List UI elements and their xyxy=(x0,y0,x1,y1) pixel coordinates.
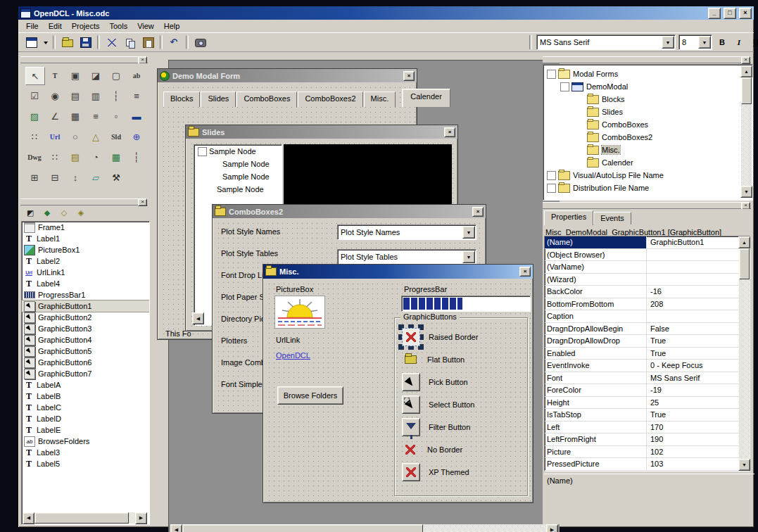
tab[interactable]: Misc. xyxy=(364,91,396,107)
combobox-tool-icon[interactable]: ▥ xyxy=(87,87,105,104)
filter-button-icon[interactable] xyxy=(402,418,420,436)
project-panel-grip[interactable]: × xyxy=(543,56,751,63)
angle-tool-icon[interactable]: ∠ xyxy=(46,108,64,125)
tree-item[interactable]: Slides xyxy=(543,106,752,118)
list-item[interactable]: GraphicButton4 xyxy=(22,334,149,346)
combo-box[interactable]: Plot Style Tables ▼ xyxy=(337,249,476,265)
list-item[interactable]: GraphicButton3 xyxy=(22,323,149,334)
close-panel-icon[interactable]: × xyxy=(138,56,147,64)
tree-item[interactable]: Sample Node xyxy=(194,145,282,158)
save-icon[interactable] xyxy=(77,34,94,51)
no-border-button-icon[interactable] xyxy=(402,441,419,458)
arrow-left-icon[interactable]: ◀ xyxy=(192,312,204,324)
toolbar-separator[interactable] xyxy=(186,35,189,49)
slides-title-bar[interactable]: Slides × xyxy=(186,125,457,139)
list-item[interactable]: LabelA xyxy=(22,379,149,391)
arrow-down-icon[interactable]: ▼ xyxy=(740,186,752,198)
listview-tool-icon[interactable]: ≡ xyxy=(127,87,146,104)
browse-folders-button[interactable]: Browse Folders xyxy=(277,386,343,405)
tab[interactable]: Slides xyxy=(201,91,236,107)
property-row[interactable]: Font MS Sans Serif xyxy=(545,372,739,385)
property-value[interactable]: True xyxy=(647,410,739,419)
menu-item[interactable]: View xyxy=(132,20,159,32)
property-row[interactable]: BottomFromBottom 208 xyxy=(545,298,739,311)
tab[interactable]: ComboBoxes2 xyxy=(298,91,362,107)
menu-item[interactable]: Edit xyxy=(44,20,67,32)
property-row[interactable]: Picture 102 xyxy=(545,446,739,459)
font-name-select[interactable]: MS Sans Serif ▼ xyxy=(536,34,676,50)
property-row[interactable]: PressedPicture 103 xyxy=(545,458,739,471)
chevron-down-icon[interactable]: ▼ xyxy=(698,36,711,49)
property-value[interactable]: 170 xyxy=(647,423,739,431)
property-value[interactable]: True xyxy=(647,349,739,357)
urllink-tool-icon[interactable]: Url xyxy=(46,128,64,145)
arrow-right-icon[interactable]: ▶ xyxy=(135,512,147,524)
tree-item[interactable]: Sample Node xyxy=(194,170,282,183)
property-value[interactable]: 25 xyxy=(647,398,739,407)
expander-icon[interactable] xyxy=(560,82,569,91)
list-item[interactable]: GraphicButton2 xyxy=(22,312,149,323)
minimize-button[interactable]: _ xyxy=(708,8,721,19)
expander-icon[interactable] xyxy=(198,147,207,156)
scrollbar-thumb[interactable] xyxy=(741,77,752,104)
misc-title-bar[interactable]: Misc. × xyxy=(263,265,533,279)
chart-tool-icon[interactable]: ▦ xyxy=(107,148,125,165)
arrow-up-icon[interactable]: ▲ xyxy=(740,65,752,77)
tools-icon[interactable]: ⚒ xyxy=(107,169,125,186)
list-item[interactable]: Label4 xyxy=(22,278,149,289)
graphic-button-row[interactable]: No Border xyxy=(402,439,462,460)
property-row[interactable]: (Object Browser) xyxy=(545,249,739,262)
properties-panel-grip[interactable]: × xyxy=(543,202,751,209)
controls-panel-grip[interactable]: × xyxy=(20,198,148,205)
list-item[interactable]: Frame1 xyxy=(22,222,149,233)
close-button[interactable]: × xyxy=(739,8,752,19)
scrollbar-thumb[interactable] xyxy=(182,524,423,532)
expander-icon[interactable] xyxy=(547,184,556,193)
property-value[interactable]: True xyxy=(647,336,739,345)
align-tool-icon[interactable]: ∷ xyxy=(25,128,44,145)
chevron-down-icon[interactable]: ▼ xyxy=(462,226,475,239)
undo-icon[interactable] xyxy=(165,34,183,51)
paste-icon[interactable] xyxy=(139,34,157,51)
checkbox-tool-icon[interactable]: ☑ xyxy=(25,87,44,104)
divider-tool-icon[interactable]: ┆ xyxy=(127,148,146,165)
radio-tool-icon[interactable]: ◉ xyxy=(46,87,64,104)
list-item[interactable]: LabelD xyxy=(22,413,149,424)
graphic-button-row[interactable]: XP Themed xyxy=(402,462,469,483)
list-item[interactable]: LabelC xyxy=(22,402,149,413)
cut-icon[interactable] xyxy=(103,34,120,51)
close-icon[interactable]: × xyxy=(403,71,415,81)
expander-icon[interactable] xyxy=(547,171,556,180)
matrix-tool-icon[interactable]: ∷ xyxy=(46,148,64,165)
ellipse-tool-icon[interactable]: ○ xyxy=(66,128,84,145)
combo-box[interactable]: Plot Style Names ▼ xyxy=(337,224,476,240)
close-panel-icon[interactable]: × xyxy=(741,56,750,64)
toolbar-separator[interactable] xyxy=(160,35,163,49)
property-row[interactable]: DragnDropAllowDrop True xyxy=(545,335,739,348)
table-tool-icon[interactable]: ⊟ xyxy=(46,169,64,186)
property-row[interactable]: LeftFromRight 190 xyxy=(545,433,739,446)
property-value[interactable]: 103 xyxy=(647,460,739,468)
graphic-button-row[interactable]: Flat Button xyxy=(402,349,465,370)
reorder-controls-icon[interactable]: ◩ xyxy=(23,206,37,219)
chevron-down-icon[interactable]: ▼ xyxy=(462,251,475,263)
menu-item[interactable]: Tools xyxy=(104,20,132,32)
arrow-left-icon[interactable]: ◀ xyxy=(170,524,182,532)
tree-item[interactable]: Blocks xyxy=(543,93,752,106)
open-icon[interactable] xyxy=(58,34,76,51)
tree-item[interactable]: Distribution File Name xyxy=(543,182,752,194)
property-value[interactable]: GraphicButton1 xyxy=(647,238,739,246)
property-value[interactable]: 208 xyxy=(647,300,739,308)
list-item[interactable]: Label5 xyxy=(22,458,149,469)
progressbar-tool-icon[interactable]: ▬ xyxy=(127,108,146,125)
group-controls-icon[interactable]: ◈ xyxy=(74,206,88,219)
property-row[interactable]: IsTabStop True xyxy=(545,409,739,422)
tree-item[interactable]: ComboBoxes2 xyxy=(543,131,752,144)
pointer-tool-icon[interactable]: ↖ xyxy=(25,67,45,85)
copy-icon[interactable] xyxy=(121,34,139,51)
italic-button[interactable]: I xyxy=(732,35,746,49)
label-tool-icon[interactable]: T xyxy=(46,67,64,84)
arrow-left-icon[interactable]: ◀ xyxy=(23,512,34,524)
property-row[interactable]: (Name) GraphicButton1 xyxy=(545,236,739,249)
button-tool-icon[interactable]: ▣ xyxy=(66,67,84,84)
